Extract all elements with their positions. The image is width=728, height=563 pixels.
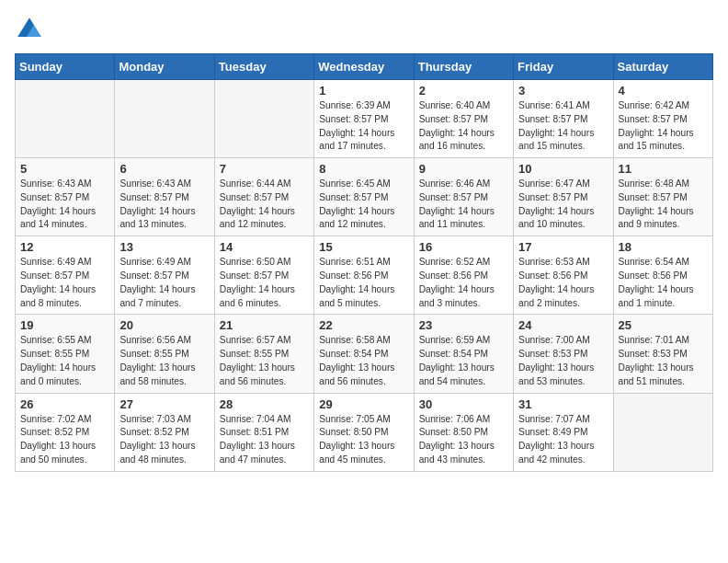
calendar-cell: 19Sunrise: 6:55 AM Sunset: 8:55 PM Dayli…	[16, 315, 115, 393]
day-info: Sunrise: 6:43 AM Sunset: 8:57 PM Dayligh…	[119, 178, 209, 232]
calendar-week-2: 5Sunrise: 6:43 AM Sunset: 8:57 PM Daylig…	[16, 158, 713, 236]
day-number: 17	[518, 240, 608, 254]
day-number: 23	[419, 318, 508, 332]
day-number: 26	[20, 397, 109, 411]
calendar-cell: 17Sunrise: 6:53 AM Sunset: 8:56 PM Dayli…	[514, 236, 613, 315]
day-info: Sunrise: 7:05 AM Sunset: 8:50 PM Dayligh…	[319, 413, 408, 467]
day-info: Sunrise: 6:52 AM Sunset: 8:56 PM Dayligh…	[419, 256, 508, 310]
day-info: Sunrise: 6:39 AM Sunset: 8:57 PM Dayligh…	[319, 99, 408, 154]
day-number: 31	[518, 397, 608, 411]
calendar-cell: 13Sunrise: 6:49 AM Sunset: 8:57 PM Dayli…	[115, 236, 214, 315]
weekday-header-friday: Friday	[514, 54, 613, 80]
day-number: 7	[220, 162, 309, 176]
calendar-cell: 14Sunrise: 6:50 AM Sunset: 8:57 PM Dayli…	[214, 236, 313, 315]
day-number: 25	[619, 318, 708, 332]
calendar-week-4: 19Sunrise: 6:55 AM Sunset: 8:55 PM Dayli…	[16, 315, 713, 393]
day-number: 10	[518, 162, 608, 176]
weekday-header-tuesday: Tuesday	[214, 54, 313, 80]
calendar-week-1: 1Sunrise: 6:39 AM Sunset: 8:57 PM Daylig…	[16, 80, 713, 158]
calendar-cell: 24Sunrise: 7:00 AM Sunset: 8:53 PM Dayli…	[514, 315, 613, 393]
day-info: Sunrise: 6:50 AM Sunset: 8:57 PM Dayligh…	[220, 256, 309, 310]
day-info: Sunrise: 6:46 AM Sunset: 8:57 PM Dayligh…	[419, 178, 508, 232]
weekday-header-saturday: Saturday	[613, 54, 712, 80]
day-number: 14	[220, 240, 309, 254]
day-info: Sunrise: 6:54 AM Sunset: 8:56 PM Dayligh…	[619, 256, 708, 310]
day-info: Sunrise: 6:57 AM Sunset: 8:55 PM Dayligh…	[220, 334, 309, 388]
day-info: Sunrise: 6:49 AM Sunset: 8:57 PM Dayligh…	[119, 256, 209, 310]
day-number: 6	[119, 162, 209, 176]
day-number: 27	[119, 397, 209, 411]
calendar-cell: 25Sunrise: 7:01 AM Sunset: 8:53 PM Dayli…	[613, 315, 712, 393]
day-number: 18	[619, 240, 708, 254]
day-info: Sunrise: 6:40 AM Sunset: 8:57 PM Dayligh…	[419, 99, 508, 154]
day-number: 5	[20, 162, 109, 176]
calendar-cell: 3Sunrise: 6:41 AM Sunset: 8:57 PM Daylig…	[514, 80, 613, 158]
calendar-cell: 20Sunrise: 6:56 AM Sunset: 8:55 PM Dayli…	[115, 315, 214, 393]
calendar-cell: 18Sunrise: 6:54 AM Sunset: 8:56 PM Dayli…	[613, 236, 712, 315]
calendar-cell: 29Sunrise: 7:05 AM Sunset: 8:50 PM Dayli…	[314, 393, 414, 471]
day-number: 21	[220, 318, 309, 332]
day-number: 9	[419, 162, 508, 176]
logo-icon	[15, 15, 44, 44]
day-number: 28	[220, 397, 309, 411]
calendar-cell: 6Sunrise: 6:43 AM Sunset: 8:57 PM Daylig…	[115, 158, 214, 236]
weekday-header-sunday: Sunday	[16, 54, 115, 80]
day-info: Sunrise: 6:42 AM Sunset: 8:57 PM Dayligh…	[619, 99, 708, 154]
calendar-cell: 10Sunrise: 6:47 AM Sunset: 8:57 PM Dayli…	[514, 158, 613, 236]
calendar-cell	[613, 393, 712, 471]
day-info: Sunrise: 6:47 AM Sunset: 8:57 PM Dayligh…	[518, 178, 608, 232]
day-info: Sunrise: 6:55 AM Sunset: 8:55 PM Dayligh…	[20, 334, 109, 388]
calendar-table: SundayMondayTuesdayWednesdayThursdayFrid…	[15, 53, 713, 472]
day-info: Sunrise: 7:02 AM Sunset: 8:52 PM Dayligh…	[20, 413, 109, 467]
day-number: 29	[319, 397, 408, 411]
calendar-cell: 15Sunrise: 6:51 AM Sunset: 8:56 PM Dayli…	[314, 236, 414, 315]
day-number: 30	[419, 397, 508, 411]
day-number: 12	[20, 240, 109, 254]
day-number: 3	[518, 84, 608, 98]
calendar-week-5: 26Sunrise: 7:02 AM Sunset: 8:52 PM Dayli…	[16, 393, 713, 471]
calendar-cell: 1Sunrise: 6:39 AM Sunset: 8:57 PM Daylig…	[314, 80, 414, 158]
calendar-cell: 26Sunrise: 7:02 AM Sunset: 8:52 PM Dayli…	[16, 393, 115, 471]
calendar-cell	[214, 80, 313, 158]
day-number: 8	[319, 162, 408, 176]
calendar-cell	[115, 80, 214, 158]
calendar-cell: 28Sunrise: 7:04 AM Sunset: 8:51 PM Dayli…	[214, 393, 313, 471]
day-info: Sunrise: 6:58 AM Sunset: 8:54 PM Dayligh…	[319, 334, 408, 388]
calendar-header: SundayMondayTuesdayWednesdayThursdayFrid…	[16, 54, 713, 80]
day-info: Sunrise: 6:43 AM Sunset: 8:57 PM Dayligh…	[20, 178, 109, 232]
day-info: Sunrise: 6:49 AM Sunset: 8:57 PM Dayligh…	[20, 256, 109, 310]
calendar-cell: 7Sunrise: 6:44 AM Sunset: 8:57 PM Daylig…	[214, 158, 313, 236]
day-number: 13	[119, 240, 209, 254]
calendar-cell: 31Sunrise: 7:07 AM Sunset: 8:49 PM Dayli…	[514, 393, 613, 471]
calendar-body: 1Sunrise: 6:39 AM Sunset: 8:57 PM Daylig…	[16, 80, 713, 472]
day-info: Sunrise: 7:03 AM Sunset: 8:52 PM Dayligh…	[119, 413, 209, 467]
day-info: Sunrise: 7:00 AM Sunset: 8:53 PM Dayligh…	[518, 334, 608, 388]
day-number: 19	[20, 318, 109, 332]
day-info: Sunrise: 6:48 AM Sunset: 8:57 PM Dayligh…	[619, 178, 708, 232]
day-info: Sunrise: 7:07 AM Sunset: 8:49 PM Dayligh…	[518, 413, 608, 467]
calendar-cell: 8Sunrise: 6:45 AM Sunset: 8:57 PM Daylig…	[314, 158, 414, 236]
calendar-cell: 21Sunrise: 6:57 AM Sunset: 8:55 PM Dayli…	[214, 315, 313, 393]
calendar-cell: 12Sunrise: 6:49 AM Sunset: 8:57 PM Dayli…	[16, 236, 115, 315]
day-number: 2	[419, 84, 508, 98]
day-info: Sunrise: 7:04 AM Sunset: 8:51 PM Dayligh…	[220, 413, 309, 467]
day-info: Sunrise: 7:06 AM Sunset: 8:50 PM Dayligh…	[419, 413, 508, 467]
calendar-cell: 5Sunrise: 6:43 AM Sunset: 8:57 PM Daylig…	[16, 158, 115, 236]
day-info: Sunrise: 6:56 AM Sunset: 8:55 PM Dayligh…	[119, 334, 209, 388]
calendar-cell: 30Sunrise: 7:06 AM Sunset: 8:50 PM Dayli…	[414, 393, 513, 471]
calendar-cell: 22Sunrise: 6:58 AM Sunset: 8:54 PM Dayli…	[314, 315, 414, 393]
day-number: 24	[518, 318, 608, 332]
weekday-row: SundayMondayTuesdayWednesdayThursdayFrid…	[16, 54, 713, 80]
page-header	[15, 15, 713, 44]
day-number: 11	[619, 162, 708, 176]
calendar-cell	[16, 80, 115, 158]
calendar-cell: 16Sunrise: 6:52 AM Sunset: 8:56 PM Dayli…	[414, 236, 513, 315]
day-info: Sunrise: 6:45 AM Sunset: 8:57 PM Dayligh…	[319, 178, 408, 232]
calendar-week-3: 12Sunrise: 6:49 AM Sunset: 8:57 PM Dayli…	[16, 236, 713, 315]
day-info: Sunrise: 6:44 AM Sunset: 8:57 PM Dayligh…	[220, 178, 309, 232]
calendar-cell: 2Sunrise: 6:40 AM Sunset: 8:57 PM Daylig…	[414, 80, 513, 158]
calendar-cell: 27Sunrise: 7:03 AM Sunset: 8:52 PM Dayli…	[115, 393, 214, 471]
logo	[15, 15, 48, 44]
weekday-header-thursday: Thursday	[414, 54, 513, 80]
day-info: Sunrise: 7:01 AM Sunset: 8:53 PM Dayligh…	[619, 334, 708, 388]
